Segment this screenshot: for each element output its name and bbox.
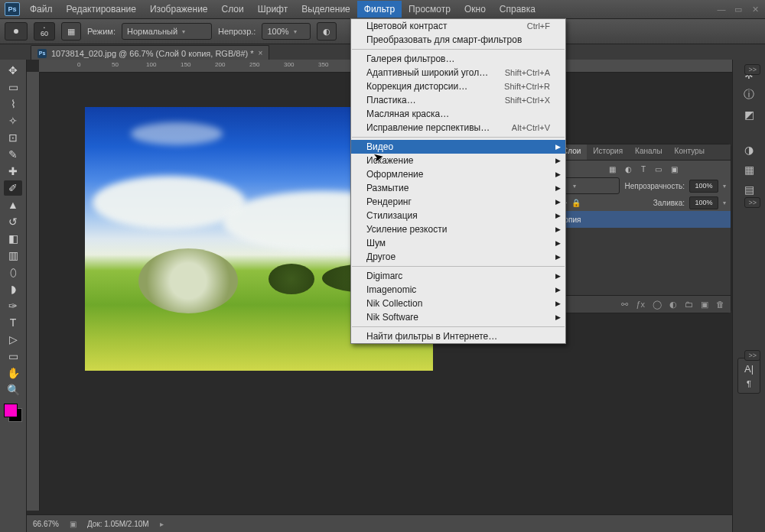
gradient-tool-icon[interactable]: ▥	[4, 248, 22, 263]
styles-icon[interactable]: ▤	[740, 182, 758, 197]
wand-tool-icon[interactable]: ✧	[4, 113, 22, 128]
menu-файл[interactable]: Файл	[23, 1, 60, 18]
stamp-tool-icon[interactable]: ▲	[4, 197, 22, 212]
filter-menu-item[interactable]: Оформление▶	[351, 167, 565, 181]
character-icon[interactable]: A|	[744, 363, 754, 375]
filter-menu-item[interactable]: Другое▶	[351, 250, 565, 264]
close-icon[interactable]: ×	[259, 49, 263, 57]
menu-шрифт[interactable]: Шрифт	[251, 1, 295, 18]
brush-panel-toggle-icon[interactable]: ▦	[61, 22, 81, 41]
layer-opacity-value[interactable]: 100%	[689, 180, 718, 193]
menu-выделение[interactable]: Выделение	[295, 1, 357, 18]
brush-size-box[interactable]: • 60	[34, 22, 55, 41]
history-brush-icon[interactable]: ↺	[4, 214, 22, 229]
filter-menu-item[interactable]: Адаптивный широкий угол…Shift+Ctrl+A	[351, 66, 565, 79]
info-icon[interactable]: ⓘ	[740, 87, 758, 102]
collapse-icon[interactable]: >>	[744, 64, 760, 75]
foreground-color[interactable]	[4, 404, 18, 417]
filter-menu-item[interactable]: Найти фильтры в Интернете…	[351, 329, 565, 343]
color-icon[interactable]: ◑	[740, 142, 758, 157]
filter-menu-item[interactable]: Усиление резкости▶	[351, 222, 565, 236]
fx-icon[interactable]: ƒx	[636, 300, 645, 309]
filter-menu-item[interactable]: Преобразовать для смарт-фильтров	[351, 33, 565, 47]
filter-menu-item[interactable]: Масляная краска…	[351, 107, 565, 121]
filter-menu-item[interactable]: Коррекция дисторсии…Shift+Ctrl+R	[351, 79, 565, 93]
chevron-down-icon[interactable]: ▾	[723, 183, 726, 190]
filter-menu-item[interactable]: Стилизация▶	[351, 209, 565, 222]
filter-menu-item[interactable]: Видео▶	[351, 140, 565, 154]
dodge-tool-icon[interactable]: ◗	[4, 281, 22, 297]
blur-tool-icon[interactable]: ⬯	[4, 264, 22, 280]
maximize-icon[interactable]: ▭	[733, 5, 744, 15]
eraser-tool-icon[interactable]: ◧	[4, 231, 22, 246]
film-icon[interactable]: ▣	[70, 520, 76, 528]
panel-tab[interactable]: Контуры	[669, 144, 711, 160]
healing-tool-icon[interactable]: ✚	[4, 164, 22, 179]
filter-menu-item[interactable]: Шум▶	[351, 236, 565, 250]
document-tab[interactable]: Ps 1073814_020.jpg @ 66.7% (Слой 0 копия…	[31, 45, 269, 61]
filter-pixel-icon[interactable]: ▦	[609, 165, 616, 174]
pressure-opacity-icon[interactable]: ◐	[317, 22, 337, 41]
opacity-dropdown[interactable]: 100% ▾	[262, 23, 311, 40]
filter-shape-icon[interactable]: ▭	[655, 165, 662, 174]
close-icon[interactable]: ✕	[750, 5, 760, 15]
type-tool-icon[interactable]: T	[4, 315, 22, 330]
filter-menu-item[interactable]: Digimarc▶	[351, 269, 565, 283]
paragraph-icon[interactable]: ¶	[747, 379, 751, 388]
filter-type-icon[interactable]: T	[641, 165, 646, 174]
layer-blend-dropdown[interactable]: ▾	[563, 177, 620, 194]
panel-tab[interactable]: История	[587, 144, 629, 160]
crop-tool-icon[interactable]: ⊡	[4, 130, 22, 145]
filter-menu-item[interactable]: Размытие▶	[351, 181, 565, 195]
zoom-tool-icon[interactable]: 🔍	[4, 382, 22, 397]
blend-mode-dropdown[interactable]: Нормальный ▾	[122, 23, 212, 40]
marquee-tool-icon[interactable]: ▭	[4, 79, 22, 95]
group-icon[interactable]: 🗀	[685, 300, 693, 309]
swatches-icon[interactable]: ▦	[740, 162, 758, 177]
new-layer-icon[interactable]: ▣	[701, 300, 708, 310]
arrow-right-icon[interactable]: ▸	[160, 520, 164, 528]
filter-smart-icon[interactable]: ▣	[671, 165, 678, 174]
menu-изображение[interactable]: Изображение	[143, 1, 215, 18]
minimize-icon[interactable]: —	[716, 5, 727, 15]
filter-menu-item[interactable]: Пластика…Shift+Ctrl+X	[351, 93, 565, 107]
filter-menu-item[interactable]: Imagenomic▶	[351, 283, 565, 297]
menu-справка[interactable]: Справка	[493, 1, 542, 18]
opacity-label: Непрозр.:	[218, 27, 256, 36]
adjustment-layer-icon[interactable]: ◐	[669, 300, 677, 310]
zoom-level[interactable]: 66.67%	[33, 520, 59, 528]
lock-icon[interactable]: 🔒	[571, 199, 581, 207]
menu-слои[interactable]: Слои	[215, 1, 251, 18]
collapse-icon[interactable]: >>	[744, 350, 760, 361]
pen-tool-icon[interactable]: ✑	[4, 298, 22, 313]
menu-просмотр[interactable]: Просмотр	[402, 1, 457, 18]
panel-tab[interactable]: Каналы	[629, 144, 669, 160]
eyedropper-tool-icon[interactable]: ✎	[4, 147, 22, 162]
chevron-down-icon[interactable]: ▾	[723, 200, 726, 206]
brush-preview[interactable]	[5, 22, 28, 41]
adjustments-icon[interactable]: ◩	[740, 107, 758, 122]
move-tool-icon[interactable]: ✥	[4, 63, 22, 78]
filter-menu-item[interactable]: Цветовой контрастCtrl+F	[351, 19, 565, 33]
filter-menu-item[interactable]: Галерея фильтров…	[351, 52, 565, 66]
filter-menu-item[interactable]: Nik Collection▶	[351, 297, 565, 310]
delete-icon[interactable]: 🗑	[716, 300, 724, 309]
layer-row[interactable]: копия	[556, 211, 731, 228]
brush-tool-icon[interactable]: ✐	[4, 180, 22, 196]
color-swatches[interactable]	[4, 404, 22, 422]
menu-редактирование[interactable]: Редактирование	[60, 1, 143, 18]
menu-окно[interactable]: Окно	[457, 1, 493, 18]
mask-icon[interactable]: ◯	[653, 300, 662, 310]
collapse-icon[interactable]: >>	[744, 197, 760, 208]
shape-tool-icon[interactable]: ▭	[4, 349, 22, 364]
filter-menu-item[interactable]: Рендеринг▶	[351, 195, 565, 209]
hand-tool-icon[interactable]: ✋	[4, 365, 22, 381]
fill-value[interactable]: 100%	[689, 196, 718, 209]
filter-menu-item[interactable]: Исправление перспективы…Alt+Ctrl+V	[351, 121, 565, 135]
link-icon[interactable]: ⚯	[621, 300, 628, 310]
menu-фильтр[interactable]: Фильтр	[357, 1, 402, 18]
filter-adjust-icon[interactable]: ◐	[625, 165, 632, 174]
lasso-tool-icon[interactable]: ⌇	[4, 96, 22, 112]
filter-menu-item[interactable]: Nik Software▶	[351, 310, 565, 324]
path-select-icon[interactable]: ▷	[4, 332, 22, 347]
